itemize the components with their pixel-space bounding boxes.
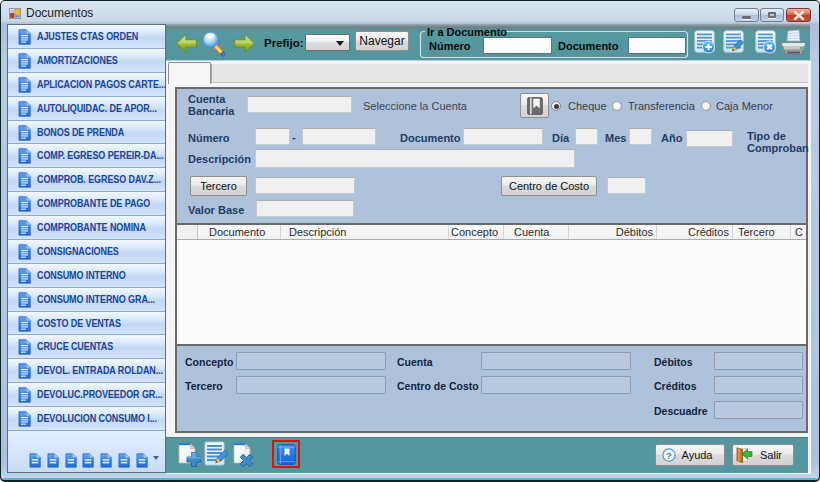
svg-text:?: ? bbox=[666, 450, 672, 461]
